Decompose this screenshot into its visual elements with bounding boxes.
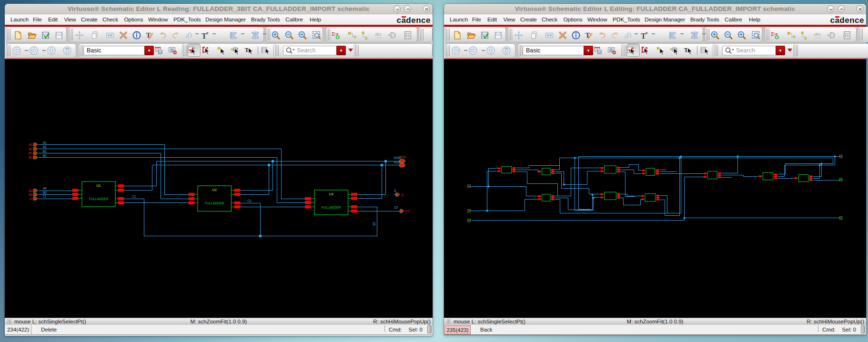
svg-text:C0: C0 [405, 210, 410, 213]
svg-text:C2: C2 [247, 199, 252, 202]
svg-text:A1: A1 [29, 143, 33, 146]
svg-text:T: T [641, 32, 646, 40]
svg-text:abc: abc [375, 32, 382, 37]
svg-text:B2: B2 [29, 156, 33, 159]
svg-text:abc: abc [814, 32, 821, 37]
svg-text:A0: A0 [43, 187, 47, 190]
svg-text:U1: U1 [96, 183, 101, 188]
svg-text:C0: C0 [394, 206, 398, 209]
svg-text:S: S [394, 189, 396, 192]
svg-text:S0: S0 [373, 222, 376, 226]
svg-text:B0: B0 [43, 191, 47, 194]
svg-text:FULLADDER: FULLADDER [89, 197, 109, 201]
svg-text:B0: B0 [29, 193, 33, 196]
svg-text:U3: U3 [329, 192, 333, 196]
svg-text:T: T [202, 32, 207, 40]
svg-text:FULLADDER: FULLADDER [205, 201, 224, 205]
svg-text:S: S [402, 193, 404, 197]
svg-text:B1: B1 [43, 150, 47, 153]
svg-text:U2: U2 [212, 188, 217, 192]
svg-text:CI: CI [30, 197, 33, 201]
svg-text:A0: A0 [29, 189, 33, 192]
svg-text:A1: A1 [43, 141, 47, 144]
svg-text:B1: B1 [29, 151, 33, 155]
svg-text:C1: C1 [132, 195, 136, 198]
svg-text:FULLADDER: FULLADDER [322, 206, 341, 209]
svg-text:CI: CI [43, 195, 46, 198]
svg-text:A2: A2 [43, 145, 47, 149]
svg-text:B2: B2 [43, 154, 47, 157]
svg-text:A2: A2 [29, 147, 33, 151]
svg-text:VDD!: VDD! [394, 156, 401, 160]
svg-text:VSS!: VSS! [394, 161, 401, 164]
